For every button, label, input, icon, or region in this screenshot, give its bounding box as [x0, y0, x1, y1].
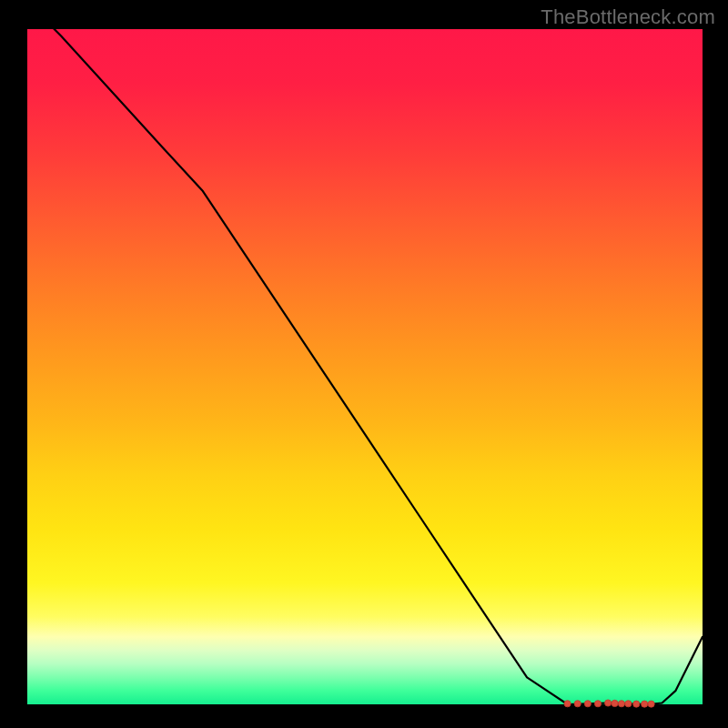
- chart-marker: [564, 701, 571, 707]
- chart-marker: [594, 701, 601, 707]
- watermark: TheBottleneck.com: [541, 5, 715, 29]
- chart-marker: [648, 701, 654, 707]
- chart-marker: [574, 701, 581, 707]
- chart-marker: [633, 701, 640, 707]
- chart-marker: [642, 701, 648, 707]
- chart-area: [27, 29, 703, 704]
- chart-marker: [618, 701, 624, 707]
- chart-line: [27, 2, 703, 704]
- chart-marker: [612, 700, 618, 706]
- chart-markers: [564, 700, 654, 707]
- chart-marker: [625, 701, 632, 707]
- chart-overlay: [27, 29, 703, 704]
- chart-marker: [584, 701, 591, 707]
- chart-marker: [605, 700, 612, 706]
